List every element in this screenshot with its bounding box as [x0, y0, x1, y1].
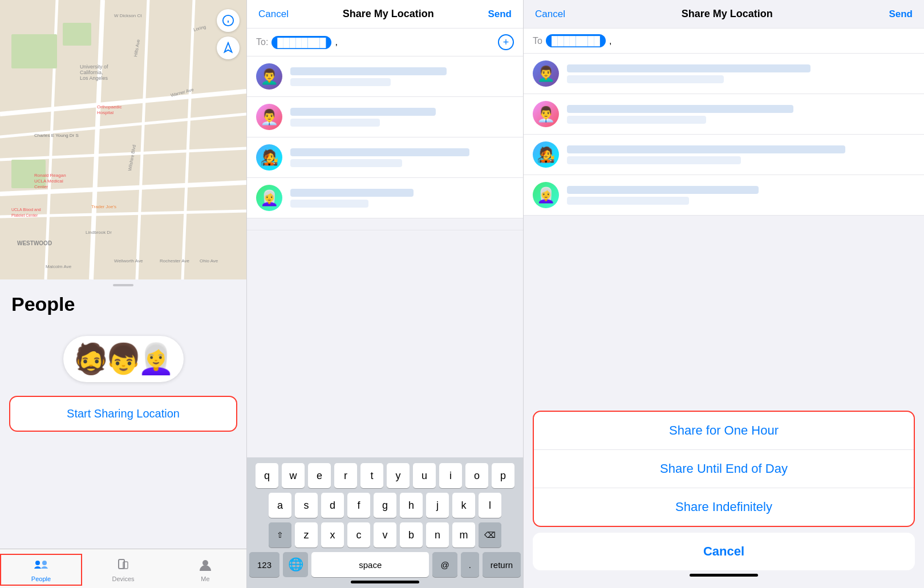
- svg-text:Malcolm Ave: Malcolm Ave: [46, 264, 72, 269]
- key-shift[interactable]: ⇧: [269, 522, 291, 548]
- svg-text:Ronald Reagan: Ronald Reagan: [34, 173, 66, 178]
- home-indicator: [351, 581, 419, 583]
- location-button[interactable]: [217, 37, 240, 59]
- svg-text:University of: University of: [80, 64, 108, 70]
- duration-options: Share for One Hour Share Until End of Da…: [533, 411, 915, 527]
- key-g[interactable]: g: [374, 493, 396, 518]
- cancel-button[interactable]: Cancel: [258, 9, 289, 20]
- map-controls: [217, 9, 240, 59]
- key-globe[interactable]: 🌐: [283, 552, 308, 577]
- key-backspace[interactable]: ⌫: [479, 522, 501, 548]
- key-p[interactable]: p: [492, 463, 514, 488]
- svg-text:Wellworth Ave: Wellworth Ave: [114, 258, 143, 263]
- key-d[interactable]: d: [321, 493, 344, 518]
- key-x[interactable]: x: [321, 522, 344, 548]
- svg-text:Trader Joe's: Trader Joe's: [91, 204, 116, 209]
- key-b[interactable]: b: [400, 522, 423, 548]
- share-location-panel: Cancel Share My Location Send To: ██████…: [246, 0, 524, 588]
- tab-me[interactable]: Me: [164, 554, 246, 586]
- share-one-hour-option[interactable]: Share for One Hour: [534, 412, 914, 450]
- key-e[interactable]: e: [308, 463, 331, 488]
- duration-cancel-button[interactable]: Cancel: [533, 533, 915, 570]
- svg-text:California,: California,: [80, 70, 103, 75]
- find-my-panel: University of California, Los Angeles Or…: [0, 0, 246, 588]
- key-z[interactable]: z: [295, 522, 318, 548]
- panel3-to-label: To: [533, 36, 542, 46]
- key-l[interactable]: l: [479, 493, 501, 518]
- info-button[interactable]: [217, 9, 240, 32]
- kb-row-1: q w e r t y u i o p: [249, 463, 521, 488]
- add-recipient-button[interactable]: +: [498, 34, 514, 50]
- to-comma: ,: [335, 37, 337, 47]
- contact-avatar-2: 👨‍💼: [256, 104, 282, 130]
- svg-text:Charles E Young Dr S: Charles E Young Dr S: [34, 133, 79, 138]
- contact-row: 🧑‍🎤: [247, 137, 523, 178]
- key-w[interactable]: w: [282, 463, 305, 488]
- svg-text:UCLA Blood and: UCLA Blood and: [11, 208, 41, 212]
- key-o[interactable]: o: [465, 463, 488, 488]
- key-t[interactable]: t: [360, 463, 383, 488]
- key-h[interactable]: h: [400, 493, 423, 518]
- contact-row: 🧑‍🎤: [524, 135, 924, 175]
- key-y[interactable]: y: [387, 463, 410, 488]
- kb-row-3: ⇧ z x c v b n m ⌫: [249, 522, 521, 548]
- bottom-sheet: People 🧔 👦 👩‍🦳 Start Sharing Location: [0, 286, 246, 549]
- key-q[interactable]: q: [256, 463, 278, 488]
- key-j[interactable]: j: [426, 493, 449, 518]
- send-button[interactable]: Send: [488, 9, 512, 20]
- panel3-title: Share My Location: [682, 8, 773, 20]
- share-indefinitely-option[interactable]: Share Indefinitely: [534, 488, 914, 526]
- svg-text:Los Angeles: Los Angeles: [80, 75, 108, 81]
- key-i[interactable]: i: [439, 463, 462, 488]
- svg-text:Ohio Ave: Ohio Ave: [200, 258, 218, 263]
- key-a[interactable]: a: [269, 493, 291, 518]
- contact-avatar-2: 👨‍💼: [533, 101, 559, 127]
- panel3-send-button[interactable]: Send: [889, 9, 913, 20]
- tab-devices[interactable]: Devices: [82, 554, 164, 586]
- map-view: University of California, Los Angeles Or…: [0, 0, 246, 279]
- key-at[interactable]: @: [432, 552, 457, 577]
- tab-people-label: People: [31, 575, 51, 582]
- contact-avatar-3: 🧑‍🎤: [256, 144, 282, 171]
- panel3-contacts: 👨‍🦱 👨‍💼 🧑‍🎤 👩‍🦳: [524, 54, 924, 216]
- tab-people[interactable]: People: [0, 554, 82, 586]
- key-n[interactable]: n: [426, 522, 449, 548]
- key-v[interactable]: v: [374, 522, 396, 548]
- spacer: [247, 230, 523, 457]
- tab-devices-label: Devices: [112, 575, 134, 582]
- contact-avatar-1: 👨‍🦱: [533, 60, 559, 87]
- contact-row: 👨‍🦱: [524, 54, 924, 94]
- svg-point-41: [202, 560, 208, 566]
- key-s[interactable]: s: [295, 493, 318, 518]
- devices-icon: [115, 557, 131, 573]
- people-icon: [33, 557, 49, 573]
- panel3-spacer: [524, 216, 924, 411]
- contact-avatar-4: 👩‍🦳: [256, 185, 282, 211]
- contact-row: 👩‍🦳: [524, 175, 924, 216]
- svg-text:W Dickson Ct: W Dickson Ct: [114, 13, 142, 18]
- start-sharing-button[interactable]: Start Sharing Location: [9, 396, 237, 432]
- key-f[interactable]: f: [347, 493, 370, 518]
- modal-header: Cancel Share My Location Send: [247, 0, 523, 29]
- key-numbers[interactable]: 123: [249, 552, 279, 577]
- avatar-3: 👩‍🦳: [137, 342, 175, 376]
- contact-row: 👨‍💼: [524, 94, 924, 135]
- panel3-to-field: To ████████ ,: [524, 29, 924, 54]
- kb-bottom-row: 123 🌐 space @ . return: [249, 552, 521, 577]
- key-r[interactable]: r: [334, 463, 357, 488]
- to-field: To: ████████ , +: [247, 29, 523, 56]
- key-return[interactable]: return: [483, 552, 521, 577]
- panel3-to-chip: ████████: [546, 34, 606, 47]
- key-space[interactable]: space: [311, 552, 429, 577]
- key-dot[interactable]: .: [461, 552, 479, 577]
- key-m[interactable]: m: [452, 522, 475, 548]
- panel3-cancel-button[interactable]: Cancel: [535, 9, 565, 20]
- key-k[interactable]: k: [452, 493, 475, 518]
- key-u[interactable]: u: [413, 463, 436, 488]
- key-c[interactable]: c: [347, 522, 370, 548]
- avatar-1: 🧔: [72, 342, 110, 376]
- avatar-bubble: 🧔 👦 👩‍🦳: [63, 336, 184, 382]
- share-end-of-day-option[interactable]: Share Until End of Day: [534, 450, 914, 488]
- panel3-to-comma: ,: [609, 36, 611, 46]
- svg-rect-10: [11, 34, 57, 68]
